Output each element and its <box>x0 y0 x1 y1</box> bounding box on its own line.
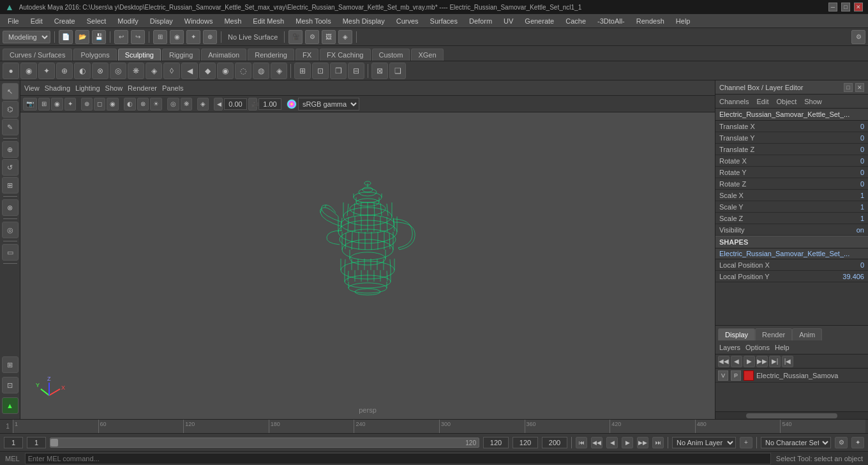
menu-file[interactable]: File <box>3 16 24 26</box>
layers-end-btn[interactable]: ▶| <box>769 356 781 367</box>
shape-local-pos-x[interactable]: Local Position X 0 <box>715 259 868 271</box>
menu-uv[interactable]: UV <box>498 16 518 26</box>
playback-play-btn[interactable]: ▶ <box>622 437 633 448</box>
open-file-btn[interactable]: 📂 <box>75 30 89 44</box>
wireframe-btn[interactable]: ◻ <box>94 98 105 111</box>
sculpt-btn-9[interactable]: ◈ <box>146 63 162 79</box>
marquee-select-btn[interactable]: ▭ <box>2 244 19 261</box>
sculpt-btn-13[interactable]: ◉ <box>217 63 234 79</box>
sculpt-btn-2[interactable]: ◉ <box>20 63 37 79</box>
menu-rendesh[interactable]: Rendesh <box>631 16 670 26</box>
workspace-selector[interactable]: Modeling <box>3 31 50 43</box>
playback-back-btn[interactable]: ◀ <box>606 437 618 448</box>
lasso-tool-btn[interactable]: ⌬ <box>2 101 19 118</box>
tab-render[interactable]: Render <box>755 328 792 340</box>
sculpt-btn-7[interactable]: ◎ <box>110 63 126 79</box>
layers-scrollbar[interactable] <box>715 411 868 419</box>
tab-rendering[interactable]: Rendering <box>248 49 294 61</box>
menu-mesh-display[interactable]: Mesh Display <box>338 16 390 26</box>
channel-rotate-x[interactable]: Rotate X 0 <box>715 155 868 167</box>
redo-btn[interactable]: ↪ <box>131 30 145 44</box>
camera-near-input[interactable]: 1.00 <box>258 98 281 110</box>
camera-btn4[interactable]: ✦ <box>64 98 76 111</box>
close-button[interactable]: ✕ <box>854 3 863 11</box>
sculpt-btn-18[interactable]: ⊡ <box>312 63 329 79</box>
command-input[interactable] <box>25 453 771 464</box>
channel-scale-y[interactable]: Scale Y 1 <box>715 201 868 213</box>
panels-menu[interactable]: Panels <box>162 84 184 92</box>
playback-end-input[interactable] <box>513 437 538 448</box>
timeline[interactable]: 1 1 60 120 180 240 300 360 420 480 540 6… <box>0 419 868 433</box>
layers-menu[interactable]: Layers <box>719 344 740 351</box>
soft-select-btn[interactable]: ◎ <box>2 222 19 238</box>
render-btn[interactable]: 🎥 <box>288 30 303 44</box>
translate-btn[interactable]: ⊕ <box>2 141 19 158</box>
tab-anim[interactable]: Anim <box>792 328 822 340</box>
layers-start-btn[interactable]: |◀ <box>782 356 793 367</box>
rotate-btn[interactable]: ↺ <box>2 159 19 176</box>
options-menu[interactable]: Options <box>745 344 770 351</box>
menu-mesh[interactable]: Mesh <box>219 16 246 26</box>
sculpt-btn-5[interactable]: ◐ <box>74 63 91 79</box>
lighting-menu[interactable]: Lighting <box>75 84 100 92</box>
undo-btn[interactable]: ↩ <box>114 30 128 44</box>
sculpt-btn-15[interactable]: ◍ <box>253 63 269 79</box>
texture-btn[interactable]: ⊗ <box>137 98 149 111</box>
shading-btn[interactable]: ◐ <box>124 98 136 111</box>
save-file-btn[interactable]: 💾 <box>92 30 106 44</box>
channel-translate-x[interactable]: Translate X 0 <box>715 121 868 132</box>
settings-btn[interactable]: ⚙ <box>851 30 865 44</box>
menu-cache[interactable]: Cache <box>560 16 591 26</box>
playback-last-btn[interactable]: ⏭ <box>652 437 664 448</box>
menu-deform[interactable]: Deform <box>464 16 497 26</box>
tab-animation[interactable]: Animation <box>201 49 246 61</box>
channel-visibility[interactable]: Visibility on <box>715 224 868 236</box>
view-presets-btn[interactable]: ⊡ <box>2 377 19 393</box>
playback-prev-btn[interactable]: ◀◀ <box>591 437 602 448</box>
snap-grid-btn[interactable]: ⊞ <box>153 30 167 44</box>
menu-create[interactable]: Create <box>49 16 80 26</box>
minimize-button[interactable]: ─ <box>828 3 837 11</box>
tab-polygons[interactable]: Polygons <box>73 49 116 61</box>
menu-surfaces[interactable]: Surfaces <box>425 16 463 26</box>
sculpt-btn-11[interactable]: ◀ <box>181 63 198 79</box>
channels-menu[interactable]: Channels <box>719 98 749 105</box>
tab-fx[interactable]: FX <box>296 49 318 61</box>
paint-tool-btn[interactable]: ✎ <box>2 119 19 135</box>
sculpt-btn-6[interactable]: ⊗ <box>92 63 108 79</box>
playback-range[interactable]: 120 <box>50 438 479 448</box>
tab-xgen[interactable]: XGen <box>411 49 443 61</box>
menu-generate[interactable]: Generate <box>520 16 559 26</box>
display-mode-btn[interactable]: ⊕ <box>81 98 93 111</box>
snap-curve-btn[interactable]: ◉ <box>170 30 184 44</box>
no-anim-layer-selector[interactable]: No Anim Layer <box>672 437 736 448</box>
layers-first-btn[interactable]: ◀◀ <box>718 356 730 367</box>
anim-layer-add-btn[interactable]: + <box>740 437 752 448</box>
menu-select[interactable]: Select <box>82 16 112 26</box>
tab-rigging[interactable]: Rigging <box>162 49 200 61</box>
scrollbar-thumb[interactable] <box>746 413 837 418</box>
max-frame-input[interactable] <box>542 437 567 448</box>
shape-local-pos-y[interactable]: Local Position Y 39.406 <box>715 271 868 282</box>
layer-item[interactable]: V P Electric_Russian_Samova <box>715 369 868 383</box>
sculpt-btn-17[interactable]: ⊞ <box>294 63 311 79</box>
colorspace-selector[interactable]: sRGB gamma <box>298 98 359 111</box>
maya-icon-btn[interactable]: ▲ <box>2 397 19 414</box>
renderer-menu[interactable]: Renderer <box>128 84 157 92</box>
scale-btn[interactable]: ⊞ <box>2 177 19 194</box>
select-tool-btn[interactable]: ↖ <box>2 83 19 100</box>
menu-mesh-tools[interactable]: Mesh Tools <box>290 16 336 26</box>
bookmarks-btn[interactable]: ⊞ <box>2 356 19 373</box>
camera-btn3[interactable]: ◉ <box>51 98 63 111</box>
layer-visibility-btn[interactable]: V <box>718 370 728 381</box>
channel-translate-y[interactable]: Translate Y 0 <box>715 132 868 144</box>
tab-custom[interactable]: Custom <box>372 49 410 61</box>
sculpt-btn-12[interactable]: ◆ <box>199 63 216 79</box>
range-end-input[interactable] <box>483 437 509 448</box>
channel-rotate-y[interactable]: Rotate Y 0 <box>715 167 868 178</box>
sculpt-btn-20[interactable]: ⊟ <box>348 63 364 79</box>
tab-sculpting[interactable]: Sculpting <box>118 49 161 61</box>
range-thumb[interactable] <box>50 439 58 446</box>
maximize-button[interactable]: □ <box>841 3 850 11</box>
show-menu[interactable]: Show <box>105 84 123 92</box>
